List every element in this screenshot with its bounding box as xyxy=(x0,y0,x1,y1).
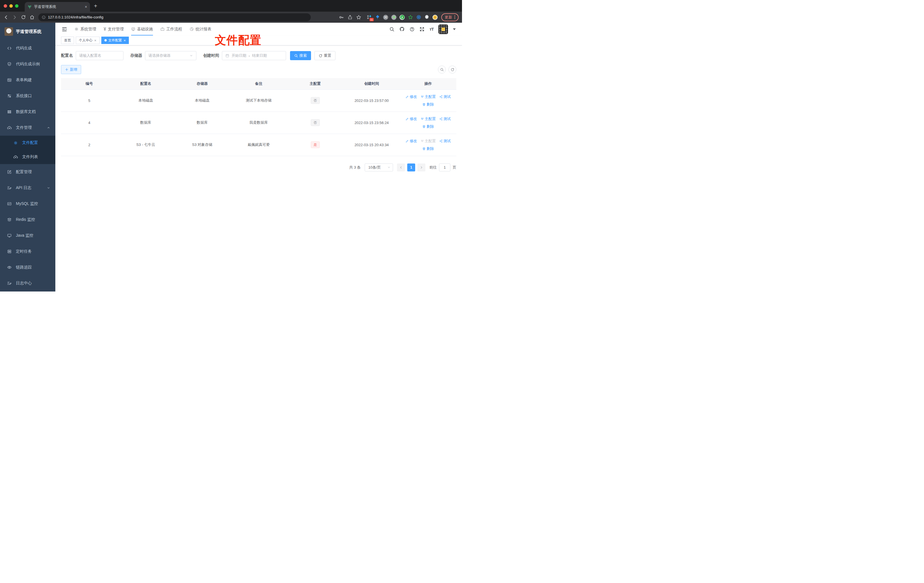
delete-link[interactable]: 删除 xyxy=(422,102,434,107)
user-avatar-qr[interactable] xyxy=(439,25,448,34)
url-text: 127.0.0.1:1024/infra/file/file-config xyxy=(48,15,103,19)
blocks-extension-icon[interactable]: 11 xyxy=(367,15,372,20)
storage-select[interactable]: 请选择存储器 xyxy=(145,51,196,60)
table-tools xyxy=(438,66,456,74)
font-size-icon[interactable]: тT xyxy=(429,27,434,31)
reset-button[interactable]: 重置 xyxy=(314,51,335,60)
page-number-button[interactable]: 1 xyxy=(407,164,415,172)
page-size-select[interactable]: 10条/页 xyxy=(365,164,393,172)
master-link[interactable]: 主配置 xyxy=(421,116,436,122)
total-count: 共 3 条 xyxy=(349,165,361,170)
site-info-icon[interactable] xyxy=(42,15,46,19)
sidebar-item-log-center[interactable]: 日志中心 xyxy=(0,275,55,291)
browser-tab-title: 芋道管理系统 xyxy=(34,4,82,9)
sidebar-item-form-builder[interactable]: 表单构建 xyxy=(0,72,55,88)
dot-extension-icon[interactable] xyxy=(391,15,396,20)
edit-link[interactable]: 修改 xyxy=(406,116,417,122)
search-button[interactable]: 搜索 xyxy=(290,51,311,60)
sidebar-item-config-manage[interactable]: 配置管理 xyxy=(0,164,55,180)
edit-link[interactable]: 修改 xyxy=(406,139,417,144)
browser-menu-icon[interactable] xyxy=(454,15,455,19)
new-tab-button[interactable]: + xyxy=(94,3,97,9)
command-extension-icon[interactable]: ⌘ xyxy=(383,15,388,20)
sidebar-item-code-gen[interactable]: 代码生成 xyxy=(0,40,55,56)
eye-icon xyxy=(7,265,12,270)
shield-check-icon xyxy=(7,62,12,66)
col-storage: 存储器 xyxy=(174,78,231,89)
sidebar-item-code-demo[interactable]: 代码生成示例 xyxy=(0,56,55,72)
user-menu-caret-icon[interactable] xyxy=(453,28,456,30)
minimize-window-button[interactable] xyxy=(9,4,13,8)
sidebar-item-java-monitor[interactable]: Java 监控 xyxy=(0,228,55,244)
star-extension-icon[interactable] xyxy=(408,15,413,20)
schedule-icon xyxy=(7,249,12,254)
date-range-picker[interactable]: 开始日期 - 结束日期 xyxy=(222,51,286,60)
update-button[interactable]: 更新 xyxy=(441,13,459,21)
add-button[interactable]: 新增 xyxy=(61,65,81,74)
tag-tab-profile[interactable]: 个人中心 × xyxy=(76,36,100,44)
nav-item-infrastructure[interactable]: 基础设施 xyxy=(127,23,157,35)
target-extension-icon[interactable] xyxy=(416,15,421,20)
puzzle-extension-icon[interactable] xyxy=(424,15,429,20)
sidebar-item-api-log[interactable]: API 日志 xyxy=(0,180,55,196)
prev-page-button[interactable] xyxy=(397,164,405,172)
master-link[interactable]: 主配置 xyxy=(421,94,436,99)
sidebar-item-cron-job[interactable]: 定时任务 xyxy=(0,244,55,259)
emoji-extension-icon[interactable]: ☺ xyxy=(432,15,437,20)
search-icon[interactable] xyxy=(389,27,394,32)
github-icon[interactable] xyxy=(399,26,405,32)
close-window-button[interactable] xyxy=(4,4,7,8)
tab-close-icon[interactable]: × xyxy=(85,5,87,9)
share-icon[interactable] xyxy=(348,15,353,20)
test-link[interactable]: 测试 xyxy=(439,139,451,144)
kite-extension-icon[interactable] xyxy=(375,15,380,20)
help-icon[interactable] xyxy=(409,27,414,32)
col-remark: 备注 xyxy=(231,78,287,89)
sidebar-item-db-doc[interactable]: 数据库文档 xyxy=(0,104,55,120)
url-bar[interactable]: 127.0.0.1:1024/infra/file/file-config xyxy=(38,13,311,21)
sidebar-collapse-icon[interactable] xyxy=(58,26,71,32)
home-icon[interactable] xyxy=(30,15,35,20)
yen-icon: ¥ xyxy=(104,27,106,32)
nav-item-system[interactable]: 系统管理 xyxy=(71,23,100,35)
reload-icon[interactable] xyxy=(21,15,26,20)
zoom-window-button[interactable] xyxy=(15,4,18,8)
nav-item-workflow[interactable]: 工作流程 xyxy=(157,23,186,35)
tag-tab-file-config[interactable]: 文件配置 × xyxy=(101,36,129,44)
nav-item-payment[interactable]: ¥ 支付管理 xyxy=(100,23,127,35)
delete-link[interactable]: 删除 xyxy=(422,124,434,129)
nav-item-reports[interactable]: 统计报表 xyxy=(186,23,215,35)
tab-close-icon[interactable]: × xyxy=(124,38,126,43)
goto-page-input[interactable]: 1 xyxy=(439,164,450,172)
sidebar-item-file-config[interactable]: 文件配置 xyxy=(0,135,55,150)
next-page-button[interactable] xyxy=(417,164,426,172)
extension-badge: 11 xyxy=(370,18,374,21)
sidebar-item-system-api[interactable]: 系统接口 xyxy=(0,88,55,104)
y-extension-icon[interactable]: y xyxy=(399,15,405,20)
tab-close-icon[interactable]: × xyxy=(94,38,96,43)
refresh-table-button[interactable] xyxy=(449,66,456,74)
test-link[interactable]: 测试 xyxy=(439,94,451,99)
trash-icon xyxy=(422,125,426,128)
goto-label: 前往 xyxy=(429,165,437,170)
sidebar-item-file-list[interactable]: 文件列表 xyxy=(0,150,55,164)
tag-tab-home[interactable]: 首页 xyxy=(61,36,74,44)
config-name-input[interactable]: 请输入配置名 xyxy=(76,51,124,60)
top-navigation: 系统管理 ¥ 支付管理 基础设施 工作流程 统计报表 xyxy=(71,23,215,35)
password-key-icon[interactable] xyxy=(339,15,344,20)
edit-link[interactable]: 修改 xyxy=(406,94,417,99)
test-link[interactable]: 测试 xyxy=(439,116,451,122)
filter-form: 配置名 请输入配置名 存储器 请选择存储器 创建时间 开始日期 - 结束日期 搜… xyxy=(61,51,456,60)
back-icon[interactable] xyxy=(3,15,8,20)
sidebar-item-redis-monitor[interactable]: Redis 监控 xyxy=(0,212,55,228)
browser-tab[interactable]: 芋道管理系统 × xyxy=(25,2,90,12)
bookmark-star-icon[interactable] xyxy=(356,15,361,20)
forward-icon[interactable] xyxy=(12,15,17,20)
hide-search-button[interactable] xyxy=(438,66,446,74)
sidebar-item-mysql-monitor[interactable]: MySQL 监控 xyxy=(0,196,55,212)
fullscreen-icon[interactable] xyxy=(419,27,424,32)
sidebar-item-tracing[interactable]: 链路追踪 xyxy=(0,259,55,275)
delete-link[interactable]: 删除 xyxy=(422,146,434,151)
sidebar-item-file-manage[interactable]: 文件管理 xyxy=(0,120,55,135)
tab-label: 文件配置 xyxy=(109,38,122,43)
